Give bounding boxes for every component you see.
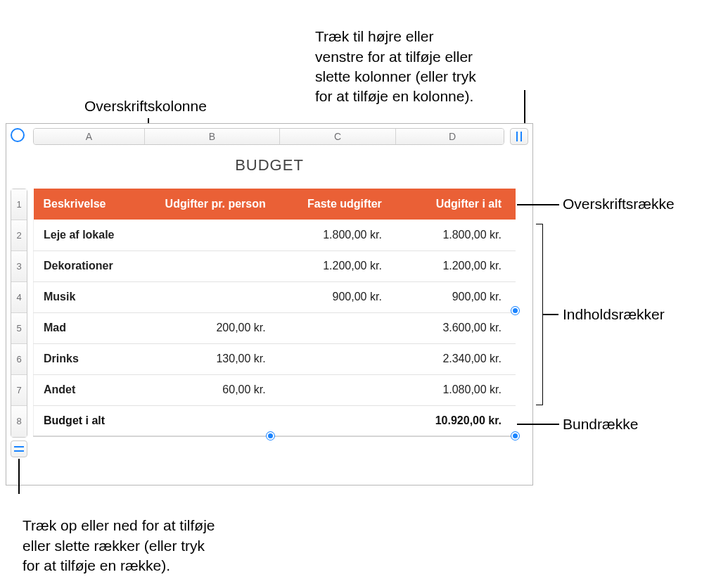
callout-body-rows: Indholdsrækker (563, 305, 665, 324)
callout-drag-columns: Træk til højre eller venstre for at tilf… (315, 7, 540, 107)
add-column-handle[interactable] (510, 128, 528, 145)
spreadsheet-frame: A B C D BUDGET 1 2 3 4 5 6 7 8 Beskrivel… (6, 123, 533, 485)
row-header-3[interactable]: 3 (11, 251, 27, 282)
cell-fixed[interactable]: 900,00 kr. (280, 281, 396, 312)
cell-per[interactable]: 60,00 kr. (145, 374, 280, 405)
header-row[interactable]: Beskrivelse Udgifter pr. person Faste ud… (34, 189, 516, 220)
cell-fixed[interactable] (280, 312, 396, 343)
cell-per[interactable]: 130,00 kr. (145, 343, 280, 374)
table-row[interactable]: Drinks 130,00 kr. 2.340,00 kr. (34, 343, 516, 374)
cell-desc[interactable]: Budget i alt (34, 405, 145, 436)
row-header-8[interactable]: 8 (11, 406, 27, 437)
callout-header-row: Overskriftsrække (563, 194, 675, 214)
col-header-a[interactable]: A (34, 129, 145, 144)
callout-line (524, 90, 525, 125)
cell-total[interactable]: 10.920,00 kr. (396, 405, 516, 436)
table-row[interactable]: Andet 60,00 kr. 1.080,00 kr. (34, 374, 516, 405)
table-row[interactable]: Dekorationer 1.200,00 kr. 1.200,00 kr. (34, 250, 516, 281)
cell-desc[interactable]: Musik (34, 281, 145, 312)
cell-per[interactable] (145, 405, 280, 436)
header-per[interactable]: Udgifter pr. person (145, 189, 280, 220)
cell-per[interactable] (145, 281, 280, 312)
cell-total[interactable]: 3.600,00 kr. (396, 312, 516, 343)
cell-desc[interactable]: Mad (34, 312, 145, 343)
cell-desc[interactable]: Drinks (34, 343, 145, 374)
row-header-7[interactable]: 7 (11, 375, 27, 406)
callout-line (543, 314, 558, 315)
selection-handle[interactable] (511, 307, 519, 315)
footer-row[interactable]: Budget i alt 10.920,00 kr. (34, 405, 516, 436)
callout-line (18, 459, 20, 494)
budget-table[interactable]: Beskrivelse Udgifter pr. person Faste ud… (33, 189, 516, 437)
cell-total[interactable]: 2.340,00 kr. (396, 343, 516, 374)
callout-footer-row: Bundrække (563, 414, 638, 434)
row-header-6[interactable]: 6 (11, 344, 27, 375)
column-headers[interactable]: A B C D (33, 128, 504, 145)
table-row[interactable]: Mad 200,00 kr. 3.600,00 kr. (34, 312, 516, 343)
cell-fixed[interactable]: 1.800,00 kr. (280, 220, 396, 250)
cell-total[interactable]: 1.080,00 kr. (396, 374, 516, 405)
row-header-1[interactable]: 1 (11, 189, 27, 220)
cell-desc[interactable]: Leje af lokale (34, 220, 145, 250)
cell-per[interactable]: 200,00 kr. (145, 312, 280, 343)
table-row[interactable]: Musik 900,00 kr. 900,00 kr. (34, 281, 516, 312)
cell-desc[interactable]: Andet (34, 374, 145, 405)
row-header-5[interactable]: 5 (11, 313, 27, 344)
header-fixed[interactable]: Faste udgifter (280, 189, 396, 220)
callout-drag-rows: Træk op eller ned for at tilføje eller s… (23, 496, 269, 576)
cell-total[interactable]: 1.200,00 kr. (396, 250, 516, 281)
cell-total[interactable]: 900,00 kr. (396, 281, 516, 312)
add-row-handle[interactable] (11, 440, 27, 457)
table-title[interactable]: BUDGET (33, 156, 506, 174)
body-rows-bracket (536, 224, 543, 405)
table-row[interactable]: Leje af lokale 1.800,00 kr. 1.800,00 kr. (34, 220, 516, 250)
callout-header-column: Overskriftskolonne (84, 96, 207, 116)
cell-total[interactable]: 1.800,00 kr. (396, 220, 516, 250)
cell-fixed[interactable] (280, 343, 396, 374)
selection-handle[interactable] (267, 432, 274, 440)
col-header-d[interactable]: D (396, 129, 504, 144)
col-header-c[interactable]: C (280, 129, 396, 144)
cell-fixed[interactable] (280, 374, 396, 405)
selection-handle[interactable] (511, 432, 519, 440)
cell-per[interactable] (145, 250, 280, 281)
cell-fixed[interactable] (280, 405, 396, 436)
row-header-2[interactable]: 2 (11, 220, 27, 251)
cell-desc[interactable]: Dekorationer (34, 250, 145, 281)
row-header-4[interactable]: 4 (11, 282, 27, 313)
header-total[interactable]: Udgifter i alt (396, 189, 516, 220)
row-headers[interactable]: 1 2 3 4 5 6 7 8 (11, 189, 27, 438)
callout-line (517, 424, 559, 425)
header-desc[interactable]: Beskrivelse (34, 189, 145, 220)
col-header-b[interactable]: B (145, 129, 280, 144)
cell-fixed[interactable]: 1.200,00 kr. (280, 250, 396, 281)
callout-line (517, 204, 559, 205)
table-corner-handle[interactable] (6, 124, 32, 149)
cell-per[interactable] (145, 220, 280, 250)
